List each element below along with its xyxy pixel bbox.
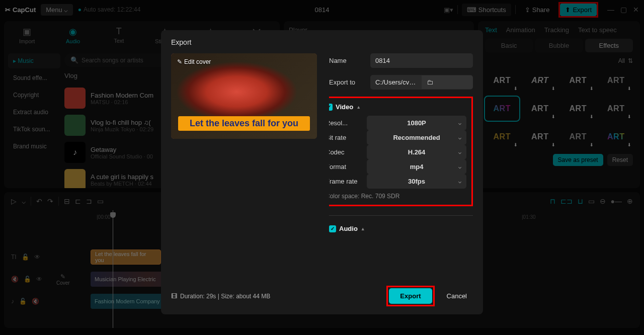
- cancel-button[interactable]: Cancel: [441, 288, 473, 304]
- resolution-select[interactable]: 1080P: [367, 116, 466, 130]
- framerate-label: Frame rate: [329, 178, 361, 185]
- name-input[interactable]: [370, 53, 473, 68]
- video-checkbox[interactable]: ✓: [329, 104, 333, 111]
- framerate-select[interactable]: 30fps: [367, 174, 466, 189]
- video-section-header[interactable]: ✓ Video ▲: [329, 103, 466, 111]
- bitrate-select[interactable]: Recommended: [367, 130, 466, 145]
- audio-section-header[interactable]: ✓ Audio ▲: [329, 225, 473, 232]
- chevron-up-icon: ▲: [356, 105, 361, 110]
- name-label: Name: [329, 57, 364, 64]
- export-preview: ✎Edit cover Let the leaves fall for you: [171, 53, 317, 139]
- preview-caption: Let the leaves fall for you: [178, 116, 310, 131]
- format-label: Format: [329, 163, 361, 171]
- resolution-label: Resol...: [329, 119, 361, 127]
- chevron-up-icon: ▲: [361, 226, 365, 231]
- highlight-export-btn: Export: [386, 286, 434, 306]
- filesize-info: 🎞Duration: 29s | Size: about 44 MB: [171, 293, 270, 300]
- codec-select[interactable]: H.264: [367, 145, 466, 159]
- divider: [329, 215, 473, 216]
- bitrate-label: Bit rate: [329, 134, 361, 141]
- exportto-label: Export to: [329, 78, 364, 86]
- codec-label: Codec: [329, 148, 361, 156]
- export-confirm-button[interactable]: Export: [389, 288, 432, 304]
- folder-icon[interactable]: 🗀: [422, 75, 473, 89]
- highlight-video-settings: ✓ Video ▲ Resol...1080P Bit rateRecommen…: [329, 97, 473, 206]
- modal-footer: 🎞Duration: 29s | Size: about 44 MB Expor…: [171, 279, 473, 306]
- film-icon: 🎞: [171, 293, 177, 300]
- pencil-icon: ✎: [177, 58, 182, 65]
- audio-checkbox[interactable]: ✓: [329, 225, 336, 232]
- exportto-path: C:/Users/cvalley/App...: [370, 75, 422, 90]
- modal-title: Export: [171, 38, 473, 46]
- export-modal: Export ✎Edit cover Let the leaves fall f…: [161, 30, 483, 314]
- edit-cover-button[interactable]: ✎Edit cover: [177, 58, 211, 65]
- colorspace-info: Color space: Rec. 709 SDR: [329, 193, 466, 200]
- exportto-field: C:/Users/cvalley/App... 🗀: [370, 75, 473, 90]
- format-select[interactable]: mp4: [367, 159, 466, 174]
- export-form: Name Export to C:/Users/cvalley/App... 🗀…: [329, 53, 473, 279]
